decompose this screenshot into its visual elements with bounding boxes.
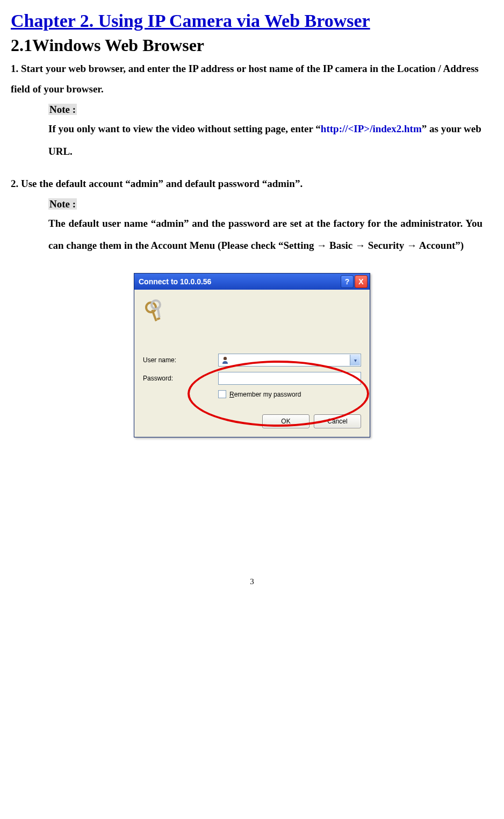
password-label: Password: xyxy=(143,375,218,382)
close-icon: X xyxy=(358,277,363,286)
remember-label: Remember my password xyxy=(229,391,301,398)
chevron-down-icon: ▾ xyxy=(354,357,357,363)
remember-row[interactable]: Remember my password xyxy=(218,390,361,398)
note-1-label: Note : xyxy=(48,104,77,115)
help-button[interactable]: ? xyxy=(341,275,354,288)
close-button[interactable]: X xyxy=(355,275,368,288)
step-2-text: 2. Use the default account “admin” and d… xyxy=(11,174,493,194)
note-2-text: The default user name “admin” and the pa… xyxy=(48,212,483,257)
note-2-block: Note : The default user name “admin” and… xyxy=(48,198,483,257)
username-dropdown-arrow[interactable]: ▾ xyxy=(350,355,360,365)
dialog-titlebar: Connect to 10.0.0.56 ? X xyxy=(134,274,370,290)
page-number: 3 xyxy=(11,577,493,586)
username-input[interactable]: ▾ xyxy=(218,354,361,367)
help-icon: ? xyxy=(345,277,350,286)
dialog-button-row: OK Cancel xyxy=(143,414,361,428)
password-row: Password: xyxy=(143,372,361,385)
note-1-before: If you only want to view the video witho… xyxy=(48,123,321,134)
auth-dialog-screenshot: Connect to 10.0.0.56 ? X User name: xyxy=(134,273,370,437)
cancel-button[interactable]: Cancel xyxy=(314,414,361,428)
remember-checkbox[interactable] xyxy=(218,390,226,398)
user-head-icon xyxy=(221,356,229,364)
note-2-label: Note : xyxy=(48,198,77,210)
password-input[interactable] xyxy=(218,372,361,385)
keys-icon xyxy=(143,299,169,325)
dialog-body: User name: ▾ Password: Re xyxy=(134,290,370,437)
username-row: User name: ▾ xyxy=(143,354,361,367)
section-title: 2.1Windows Web Browser xyxy=(11,35,493,55)
note-1-url: http://<IP>/index2.htm xyxy=(321,123,422,134)
chapter-title: Chapter 2. Using IP Camera via Web Brows… xyxy=(11,11,493,31)
note-1-text: If you only want to view the video witho… xyxy=(48,118,483,163)
ok-button[interactable]: OK xyxy=(262,414,309,428)
dialog-title: Connect to 10.0.0.56 xyxy=(139,277,340,286)
auth-dialog: Connect to 10.0.0.56 ? X User name: xyxy=(134,273,370,437)
username-label: User name: xyxy=(143,356,218,364)
svg-rect-4 xyxy=(156,307,160,318)
step-1-text: 1. Start your web browser, and enter the… xyxy=(11,59,493,99)
note-1-block: Note : If you only want to view the vide… xyxy=(48,104,483,163)
